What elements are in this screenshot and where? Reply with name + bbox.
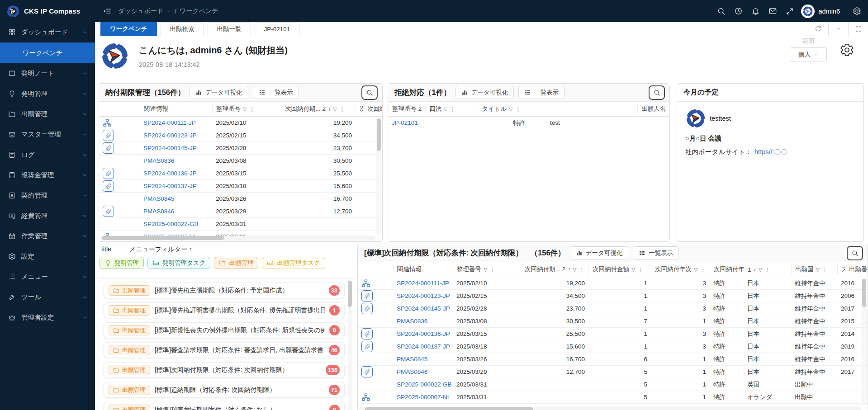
case-number-link[interactable]: SP2024-000145-JP xyxy=(140,145,212,151)
case-number-link[interactable]: PMAS0845 xyxy=(393,356,453,363)
column-header[interactable]: 次回納付年数 ▽ ⋮ xyxy=(710,265,744,274)
case-number-link[interactable]: PMAS0836 xyxy=(393,318,453,325)
case-number-link[interactable]: SP2024-000137-JP xyxy=(393,343,453,350)
search-button[interactable] xyxy=(847,246,863,260)
column-header[interactable]: 次回納付期... 2 ↑ ▽ ⋮ xyxy=(281,104,356,113)
column-header[interactable]: 四法 ▽ ⋮ xyxy=(425,104,478,113)
sidebar-item[interactable]: ツール xyxy=(0,287,95,307)
menu-filter-item[interactable]: 出願管理 [標準]新規性喪失の例外提出期限（対応条件: 新規性喪失の例... 0 xyxy=(104,322,345,338)
filter-chip[interactable]: 発明管理タスク xyxy=(147,257,210,269)
expand-icon[interactable] xyxy=(781,7,798,15)
tab[interactable]: JP-02101 xyxy=(255,22,300,36)
filter-icon[interactable]: ▽ xyxy=(759,267,762,273)
table-row[interactable]: SP2025-000022-GB 2025/03/31 xyxy=(99,218,382,231)
column-menu-icon[interactable]: ⋮ xyxy=(489,266,495,273)
case-number-link[interactable]: SP2024-000123-JP xyxy=(140,132,212,139)
table-row[interactable]: PMAS0846 2025/03/29 12,700 xyxy=(99,205,382,218)
fullscreen-icon[interactable] xyxy=(848,22,868,36)
table-row[interactable]: SP2024-000123-JP 2025/02/15 34,500 xyxy=(99,129,382,142)
case-number-link[interactable]: SP2024-000145-JP xyxy=(393,305,453,312)
tab[interactable]: ワークベンチ xyxy=(100,22,157,36)
column-header[interactable]: 次回納付金額 ▽ ⋮ xyxy=(588,265,651,274)
table-row[interactable]: SP2024-000136-JP 2025/03/15 25,500 1 3 特… xyxy=(358,328,868,340)
attachment-icon[interactable] xyxy=(103,206,114,217)
vertical-scrollbar[interactable] xyxy=(376,118,381,234)
column-menu-icon[interactable]: ⋮ xyxy=(450,106,455,113)
filter-icon[interactable]: ▽ xyxy=(333,106,337,112)
notification-bell-icon[interactable] xyxy=(747,7,764,15)
column-header[interactable]: 出願国 ▽ ⋮ xyxy=(791,265,837,274)
list-view-button[interactable]: 一覧表示 xyxy=(633,246,679,259)
sidebar-item[interactable]: マスター管理 xyxy=(0,124,95,145)
table-row[interactable]: SP2024-000137-JP 2025/03/18 15,600 xyxy=(99,180,382,193)
table-row[interactable]: PMAS0836 2025/03/08 30,500 7 1 特許 日本 維持年… xyxy=(358,315,868,328)
breadcrumb-dashboard[interactable]: ダッシュボード xyxy=(118,7,163,15)
menu-filter-item[interactable]: 出願管理 [標準]優先権主張期限（対応条件: 予定国作成） 33 xyxy=(104,283,345,298)
filter-chip[interactable]: 出願管理 xyxy=(214,257,258,269)
case-number-link[interactable]: SP2024-000136-JP xyxy=(140,170,212,177)
history-clock-icon[interactable] xyxy=(730,7,747,15)
case-number-link[interactable]: PMAS0846 xyxy=(393,368,453,375)
sidebar-item[interactable]: 設定 xyxy=(0,246,95,267)
list-view-button[interactable]: 一覧表示 xyxy=(518,86,564,99)
column-header[interactable]: タイトル ▽ ⋮ xyxy=(478,104,637,113)
column-header[interactable]: 整理番号 ▽ ⋮ xyxy=(453,265,521,274)
column-header[interactable]: ステー... ▽ ⋮ xyxy=(837,265,845,274)
search-button[interactable] xyxy=(361,85,378,100)
column-header[interactable]: 関連情報 xyxy=(140,104,212,113)
attachment-icon[interactable] xyxy=(361,366,373,377)
sidebar-item[interactable]: 発明管理 xyxy=(0,84,95,104)
case-number-link[interactable]: SP2024-000137-JP xyxy=(140,183,212,189)
tab[interactable]: 出願一覧 xyxy=(208,22,251,36)
chevron-down-icon[interactable] xyxy=(828,22,848,36)
list-view-button[interactable]: 一覧表示 xyxy=(253,86,299,99)
sidebar-collapse-icon[interactable] xyxy=(103,7,112,15)
scope-select[interactable]: 個人 xyxy=(790,47,827,61)
menu-filter-item[interactable]: 出願管理 [標準]審査請求期限（対応条件: 審査請求日, 出願審査請求書） 46 xyxy=(104,342,345,358)
attachment-icon[interactable] xyxy=(361,303,373,314)
sidebar-item[interactable]: ログ xyxy=(0,145,95,165)
filter-chip[interactable]: 発明管理 xyxy=(100,257,144,269)
vertical-scrollbar[interactable] xyxy=(862,278,867,405)
refresh-icon[interactable] xyxy=(808,22,828,36)
sidebar-item[interactable]: 経費管理 xyxy=(0,206,95,226)
filter-icon[interactable]: ▽ xyxy=(444,106,447,112)
attachment-icon[interactable] xyxy=(103,142,114,154)
sidebar-item[interactable]: 契約管理 xyxy=(0,185,95,206)
filter-icon[interactable]: ▽ xyxy=(243,106,247,112)
attachment-icon[interactable] xyxy=(361,341,373,352)
column-menu-icon[interactable]: ⋮ xyxy=(764,266,770,273)
sidebar-item-workbench[interactable]: ワークベンチ xyxy=(0,42,95,63)
column-header[interactable]: 出願番... xyxy=(845,265,868,274)
column-header[interactable]: 次回納付年次 ▽ ⋮ xyxy=(651,265,710,274)
sidebar-item-dashboard[interactable]: ダッシュボード xyxy=(0,22,95,42)
sidebar-item[interactable]: 作業管理 xyxy=(0,226,95,246)
table-row[interactable]: SP2024-000111-JP 2025/02/10 19,200 xyxy=(99,117,382,129)
visualize-button[interactable]: データ可視化 xyxy=(455,86,514,99)
column-header[interactable]: 1 ↓ ▽ ⋮ xyxy=(744,265,791,274)
column-header[interactable]: 関連情報 xyxy=(393,265,453,274)
visualize-button[interactable]: データ可視化 xyxy=(570,246,629,259)
table-row[interactable]: SP2024-000145-JP 2025/02/28 23,700 1 3 特… xyxy=(358,302,868,315)
attachment-icon[interactable] xyxy=(103,130,114,141)
attachment-icon[interactable] xyxy=(103,180,114,192)
column-header[interactable]: 次回納付期... 2 ↑ ▽ ⋮ xyxy=(521,265,588,274)
case-number-link[interactable]: SP2025-000007-NL xyxy=(393,394,453,401)
case-number-link[interactable]: SP2024-000111-JP xyxy=(393,280,453,287)
menu-filter-item[interactable]: 出願管理 [標準]秘密意匠期間案件（対応条件: なし） 0 xyxy=(104,402,345,410)
attachment-icon[interactable] xyxy=(361,328,373,339)
case-number-link[interactable]: PMAS0845 xyxy=(140,195,212,202)
column-header[interactable]: 整理番号 2 ↓ ▽ ⋮ xyxy=(388,104,425,113)
case-number-link[interactable]: PMAS0846 xyxy=(140,208,212,215)
filter-icon[interactable]: ▽ xyxy=(509,106,512,112)
menu-filter-item[interactable]: 出願管理 [標準]次回納付期限（対応条件: 次回納付期限） 156 xyxy=(104,362,345,378)
tab[interactable]: 出願検索 xyxy=(161,22,204,36)
attachment-icon[interactable] xyxy=(361,290,373,302)
case-number-link[interactable]: SP2024-000123-JP xyxy=(393,292,453,299)
table-row[interactable]: SP2024-000123-JP 2025/02/15 34,500 1 3 特… xyxy=(358,290,868,302)
case-number-link[interactable]: SP2024-000136-JP xyxy=(393,330,453,337)
family-tree-icon[interactable] xyxy=(361,279,370,288)
column-menu-icon[interactable]: ⋮ xyxy=(700,266,706,273)
menu-filter-item[interactable]: 出願管理 [標準]追納期限（対応条件: 次回納付期限） 71 xyxy=(104,382,345,398)
filter-icon[interactable]: ▽ xyxy=(631,267,635,273)
